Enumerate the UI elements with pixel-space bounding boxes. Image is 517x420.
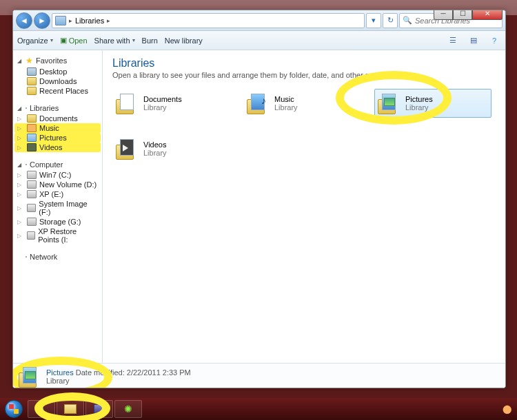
taskbar-app2-button[interactable]: ✺: [114, 400, 142, 418]
maximize-button[interactable]: ☐: [453, 10, 472, 20]
nav-drive-c[interactable]: ▷Win7 (C:): [14, 170, 101, 180]
nav-documents[interactable]: ▷Documents: [14, 114, 101, 123]
library-item-pictures[interactable]: PicturesLibrary: [374, 89, 491, 118]
library-item-documents[interactable]: DocumentsLibrary: [112, 89, 230, 118]
open-icon: ▣: [60, 36, 67, 45]
nav-drive-d[interactable]: ▷New Volume (D:): [14, 180, 101, 189]
help-button[interactable]: ?: [487, 34, 501, 47]
star-icon: ★: [26, 56, 33, 65]
nav-recent-places[interactable]: Recent Places: [14, 86, 101, 96]
music-icon: [27, 124, 37, 132]
share-menu[interactable]: Share with: [94, 36, 135, 45]
computer-header[interactable]: ◢Computer: [14, 159, 101, 170]
burn-button[interactable]: Burn: [142, 36, 158, 45]
windows-orb-icon: [5, 400, 23, 418]
nav-drive-f[interactable]: ▷System Image (F:): [14, 199, 101, 217]
new-library-button[interactable]: New library: [165, 36, 203, 45]
drive-icon: [27, 180, 37, 189]
preview-pane-button[interactable]: ▤: [467, 34, 480, 47]
nav-drive-e[interactable]: ▷XP (E:): [14, 189, 101, 199]
taskbar-explorer-button[interactable]: [57, 400, 84, 418]
details-name: Pictures: [46, 368, 74, 377]
videos-icon: [27, 143, 37, 151]
nav-drive-g[interactable]: ▷Storage (G:): [14, 217, 101, 227]
organize-menu[interactable]: Organize: [17, 36, 53, 45]
library-item-videos[interactable]: VideosLibrary: [112, 134, 230, 163]
page-title: Libraries: [112, 57, 496, 70]
breadcrumb-sep: ▸: [107, 17, 110, 24]
view-options-button[interactable]: ☰: [446, 34, 460, 47]
command-bar: Organize ▣ Open Share with Burn New libr…: [13, 31, 505, 50]
breadcrumb-root[interactable]: Libraries: [75, 17, 104, 25]
explorer-window: ─ ☐ ✕ ◄ ► ▸ Libraries ▸ ▾ ↻ 🔍 Organize ▣…: [12, 10, 506, 388]
folder-icon: [27, 77, 37, 85]
libraries-icon: [26, 107, 27, 109]
drive-icon: [27, 231, 35, 240]
open-button[interactable]: ▣ Open: [60, 36, 88, 45]
nav-music[interactable]: ▷Music: [14, 123, 101, 133]
taskbar-app-button[interactable]: [85, 400, 113, 418]
minimize-button[interactable]: ─: [434, 10, 453, 20]
drive-icon: [27, 218, 37, 226]
computer-icon: [26, 164, 27, 165]
nav-downloads[interactable]: Downloads: [14, 76, 101, 86]
nav-videos[interactable]: ▷Videos: [14, 143, 101, 152]
network-header[interactable]: ▷Network: [14, 251, 101, 262]
libraries-icon: [55, 16, 66, 25]
page-subtitle: Open a library to see your files and arr…: [112, 71, 496, 79]
documents-icon: [116, 92, 138, 114]
breadcrumb[interactable]: ▸ Libraries ▸: [52, 13, 365, 28]
navigation-pane: ◢★Favorites Desktop Downloads Recent Pla…: [13, 50, 103, 363]
start-button[interactable]: [1, 399, 26, 419]
refresh-button[interactable]: ▾: [366, 13, 381, 28]
library-item-music[interactable]: MusicLibrary: [243, 89, 361, 118]
window-controls: ─ ☐ ✕: [434, 10, 503, 20]
music-icon: [247, 92, 269, 114]
pictures-icon: [378, 92, 400, 114]
details-modified-label: Date modified:: [76, 368, 125, 377]
nav-pictures[interactable]: ▷Pictures: [14, 133, 101, 143]
taskbar: e ✺ ⬤: [0, 398, 517, 420]
back-button[interactable]: ◄: [16, 12, 32, 29]
libraries-header[interactable]: ◢Libraries: [14, 103, 101, 114]
forward-button[interactable]: ►: [34, 12, 50, 29]
nav-desktop[interactable]: Desktop: [14, 67, 101, 76]
nav-drive-i[interactable]: ▷XP Restore Points (I:: [14, 227, 101, 244]
videos-icon: [116, 138, 138, 160]
tray-icon[interactable]: ⬤: [503, 404, 516, 414]
documents-icon: [27, 114, 37, 123]
drive-icon: [27, 190, 37, 198]
details-pane: Pictures Date modified: 2/22/2011 2:33 P…: [13, 363, 505, 388]
library-list: DocumentsLibrary MusicLibrary PicturesLi…: [112, 89, 496, 163]
drive-icon: [27, 171, 37, 179]
details-type: Library: [46, 377, 191, 385]
address-bar: ◄ ► ▸ Libraries ▸ ▾ ↻ 🔍: [13, 10, 505, 31]
breadcrumb-sep: ▸: [69, 17, 72, 24]
content-pane: Libraries Open a library to see your fil…: [103, 50, 505, 363]
folder-icon: [27, 87, 37, 95]
details-modified-value: 2/22/2011 2:33 PM: [127, 368, 191, 377]
desktop-icon: [27, 67, 37, 76]
drive-icon: [27, 204, 36, 212]
close-button[interactable]: ✕: [472, 10, 503, 20]
pictures-icon: [19, 366, 41, 388]
taskbar-ie-button[interactable]: e: [28, 400, 55, 418]
network-icon: [26, 256, 27, 258]
refresh-button[interactable]: ↻: [383, 13, 398, 28]
favorites-header[interactable]: ◢★Favorites: [14, 54, 101, 67]
pictures-icon: [27, 134, 37, 142]
search-icon: 🔍: [403, 16, 412, 25]
